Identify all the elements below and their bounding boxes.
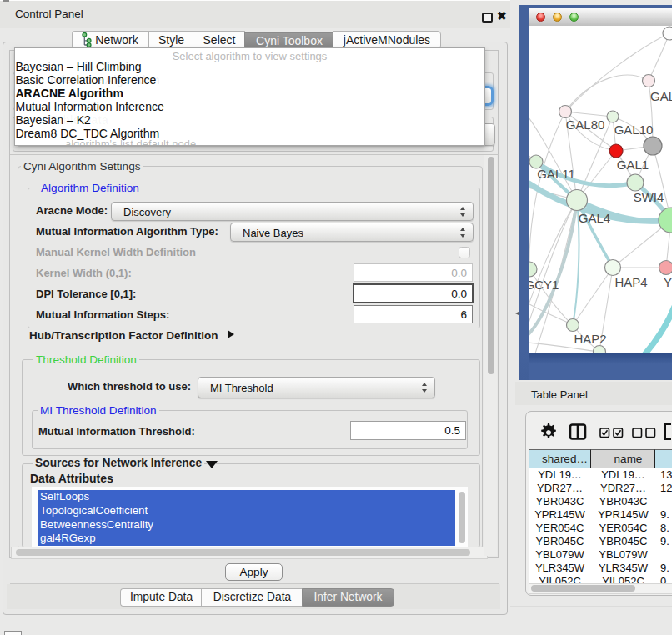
svg-text:GAL10: GAL10 xyxy=(614,122,654,137)
svg-text:SWI4: SWI4 xyxy=(634,190,664,204)
svg-text:GAL4: GAL4 xyxy=(579,211,610,225)
svg-text:GAL1: GAL1 xyxy=(617,158,649,172)
svg-text:GAL80: GAL80 xyxy=(566,118,605,132)
svg-text:GAL7: GAL7 xyxy=(650,89,672,103)
svg-text:HAP2: HAP2 xyxy=(574,332,606,346)
svg-text:Y: Y xyxy=(664,275,672,289)
svg-text:GAL11: GAL11 xyxy=(537,167,575,181)
svg-text:GCY1: GCY1 xyxy=(529,278,559,292)
svg-text:HAP4: HAP4 xyxy=(614,275,647,289)
